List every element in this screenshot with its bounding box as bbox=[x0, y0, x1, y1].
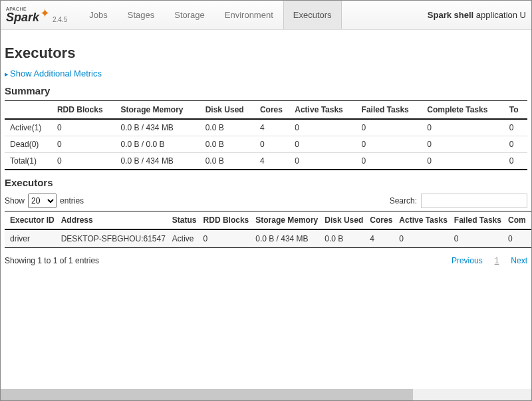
exec-cell: driver bbox=[5, 229, 61, 248]
exec-col-header[interactable]: Status bbox=[172, 211, 203, 230]
summary-cell: 4 bbox=[260, 119, 295, 136]
summary-cell: 0 bbox=[57, 153, 121, 170]
summary-cell: 0 bbox=[57, 136, 121, 153]
summary-cell: 4 bbox=[260, 153, 295, 170]
table-row: Active(1)00.0 B / 434 MB0.0 B40000 bbox=[5, 119, 527, 136]
summary-col-header bbox=[5, 101, 57, 120]
page-title: Executors bbox=[5, 45, 527, 62]
exec-cell: 0.0 B / 434 MB bbox=[255, 229, 325, 248]
table-row: Dead(0)00.0 B / 0.0 B0.0 B00000 bbox=[5, 136, 527, 153]
pager-previous[interactable]: Previous bbox=[452, 256, 483, 265]
summary-cell: 0 bbox=[362, 119, 428, 136]
table-info: Showing 1 to 1 of 1 entries bbox=[5, 256, 99, 265]
exec-cell: 0 bbox=[508, 229, 532, 248]
summary-col-header: Active Tasks bbox=[295, 101, 361, 120]
table-row: Total(1)00.0 B / 434 MB0.0 B40000 bbox=[5, 153, 527, 170]
summary-cell: 0 bbox=[295, 136, 361, 153]
summary-col-header: Storage Memory bbox=[121, 101, 205, 120]
logo-name: Spark bbox=[6, 11, 39, 24]
summary-col-header: Cores bbox=[260, 101, 295, 120]
nav-tab-jobs[interactable]: Jobs bbox=[79, 1, 117, 29]
spark-logo[interactable]: APACHE Spark ✦ 2.4.5 bbox=[6, 6, 67, 25]
entries-label: entries bbox=[60, 196, 84, 205]
summary-cell: 0.0 B / 434 MB bbox=[121, 153, 205, 170]
nav-tab-executors[interactable]: Executors bbox=[283, 1, 342, 29]
summary-col-header: To bbox=[509, 101, 527, 120]
summary-col-header: RDD Blocks bbox=[57, 101, 121, 120]
summary-cell: 0.0 B / 0.0 B bbox=[121, 136, 205, 153]
summary-col-header: Failed Tasks bbox=[362, 101, 428, 120]
summary-row-label: Dead(0) bbox=[5, 136, 57, 153]
horizontal-scrollbar[interactable] bbox=[1, 389, 531, 400]
exec-col-header[interactable]: Com bbox=[508, 211, 532, 230]
summary-cell: 0.0 B bbox=[205, 136, 260, 153]
pager-next[interactable]: Next bbox=[511, 256, 527, 265]
executors-heading: Executors bbox=[5, 177, 527, 188]
table-controls: Show 102050100 entries Search: bbox=[5, 194, 527, 208]
summary-cell: 0 bbox=[427, 153, 509, 170]
app-name-bold: Spark shell bbox=[428, 10, 473, 20]
exec-col-header[interactable]: Disk Used bbox=[325, 211, 370, 230]
summary-heading: Summary bbox=[5, 85, 527, 96]
summary-cell: 0.0 B bbox=[205, 153, 260, 170]
summary-col-header: Complete Tasks bbox=[427, 101, 509, 120]
nav-tabs: JobsStagesStorageEnvironmentExecutors bbox=[79, 1, 341, 29]
show-label: Show bbox=[5, 196, 25, 205]
exec-col-header[interactable]: Active Tasks bbox=[399, 211, 454, 230]
summary-cell: 0.0 B / 434 MB bbox=[121, 119, 205, 136]
page-size-select[interactable]: 102050100 bbox=[28, 194, 57, 208]
pager: Previous 1 Next bbox=[452, 256, 527, 265]
summary-cell: 0.0 B bbox=[205, 119, 260, 136]
summary-cell: 0 bbox=[260, 136, 295, 153]
summary-cell: 0 bbox=[427, 136, 509, 153]
search-label: Search: bbox=[390, 196, 417, 205]
app-name: Spark shell application U bbox=[428, 10, 526, 20]
exec-col-header[interactable]: Address bbox=[61, 211, 172, 230]
exec-cell: 0.0 B bbox=[325, 229, 370, 248]
scrollbar-thumb[interactable] bbox=[1, 389, 413, 400]
summary-row-label: Active(1) bbox=[5, 119, 57, 136]
summary-cell: 0 bbox=[362, 136, 428, 153]
nav-tab-stages[interactable]: Stages bbox=[118, 1, 164, 29]
logo-version: 2.4.5 bbox=[53, 16, 67, 23]
exec-col-header[interactable]: Failed Tasks bbox=[454, 211, 508, 230]
logo-apache-label: APACHE bbox=[6, 7, 27, 11]
nav-tab-storage[interactable]: Storage bbox=[164, 1, 215, 29]
pager-current[interactable]: 1 bbox=[495, 256, 499, 265]
exec-cell: 0 bbox=[203, 229, 256, 248]
summary-table: RDD BlocksStorage MemoryDisk UsedCoresAc… bbox=[5, 100, 527, 170]
exec-col-header[interactable]: Executor ID bbox=[5, 211, 61, 230]
app-name-rest: application U bbox=[473, 10, 526, 20]
summary-row-label: Total(1) bbox=[5, 153, 57, 170]
exec-col-header[interactable]: Storage Memory bbox=[255, 211, 325, 230]
exec-cell: 4 bbox=[370, 229, 399, 248]
summary-col-header: Disk Used bbox=[205, 101, 260, 120]
summary-cell: 0 bbox=[295, 153, 361, 170]
summary-cell: 0 bbox=[509, 136, 527, 153]
nav-tab-environment[interactable]: Environment bbox=[215, 1, 283, 29]
exec-cell: DESKTOP-SFBGHOU:61547 bbox=[61, 229, 172, 248]
table-row: driverDESKTOP-SFBGHOU:61547Active00.0 B … bbox=[5, 229, 532, 248]
summary-cell: 0 bbox=[57, 119, 121, 136]
exec-cell: 0 bbox=[399, 229, 454, 248]
summary-cell: 0 bbox=[295, 119, 361, 136]
summary-cell: 0 bbox=[362, 153, 428, 170]
exec-col-header[interactable]: Cores bbox=[370, 211, 399, 230]
show-additional-metrics-link[interactable]: Show Additional Metrics bbox=[5, 68, 527, 78]
spark-star-icon: ✦ bbox=[40, 6, 50, 21]
top-navbar: APACHE Spark ✦ 2.4.5 JobsStagesStorageEn… bbox=[1, 1, 531, 30]
executors-table: Executor IDAddressStatusRDD BlocksStorag… bbox=[5, 211, 532, 248]
summary-cell: 0 bbox=[509, 119, 527, 136]
exec-cell: Active bbox=[172, 229, 203, 248]
summary-cell: 0 bbox=[509, 153, 527, 170]
exec-col-header[interactable]: RDD Blocks bbox=[203, 211, 256, 230]
exec-cell: 0 bbox=[454, 229, 508, 248]
summary-cell: 0 bbox=[427, 119, 509, 136]
search-input[interactable] bbox=[421, 194, 527, 208]
